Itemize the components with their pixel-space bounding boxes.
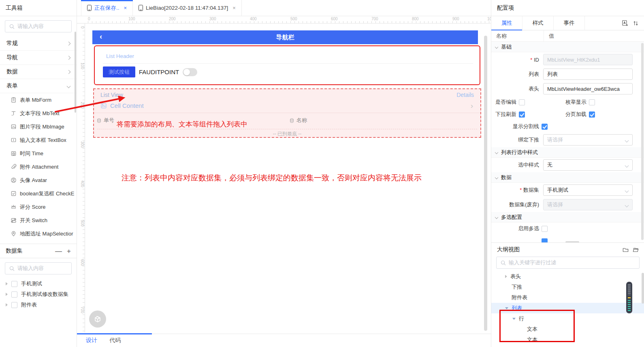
divider [103,63,473,64]
toolbox-group-general[interactable]: 常规 [0,36,77,51]
collapse-all-folder-icon[interactable] [623,247,629,253]
toolbox-group-data[interactable]: 数据 [0,65,77,79]
tab-properties[interactable]: 属性 [491,16,522,30]
database-icon [96,118,102,123]
tool-item-mapselection[interactable]: 地图选址 MapSelectior [0,227,77,240]
selected-style-select[interactable]: 无 [543,159,633,171]
chevron-right-icon [67,41,71,45]
outline-node-attachment-table[interactable]: 附件表 [491,292,644,303]
add-dataset-button[interactable]: + [67,248,71,255]
dataset-item[interactable]: 附件表 [0,300,77,310]
outline-scrollbar[interactable] [642,273,644,304]
tool-item-avatar[interactable]: 头像 Avatar [0,174,77,187]
tab-events[interactable]: 事件 [554,16,585,30]
tool-item-mbtext[interactable]: 文本字段 MbText [0,107,77,120]
cell-content-placeholder[interactable]: Cell Content [100,102,144,109]
toolbox-group-navigation[interactable]: 导航 [0,51,77,65]
tool-item-textbox[interactable]: 输入文本框 TextBox [0,133,77,147]
dataset-select[interactable]: 手机测试 [543,184,633,196]
tool-item-attachment[interactable]: 附件 Attachment [0,160,77,174]
collapsed-caret-icon[interactable] [505,275,507,278]
expand-caret-icon[interactable] [6,293,8,296]
bound-field-mingcheng[interactable]: 名称 [289,117,307,124]
bind-pushdown-select[interactable]: 请选择 [543,134,633,146]
property-grid-header: 名称 值 [491,30,644,42]
add-field-icon[interactable] [622,20,628,26]
expanded-caret-icon[interactable] [512,318,516,320]
column-value: 值 [544,32,554,40]
toolbox-search-input[interactable]: 请输入内容 [5,20,72,32]
search-icon [9,24,15,29]
expand-caret-icon[interactable] [6,282,8,285]
pull-refresh-checkbox[interactable] [519,111,525,118]
list-name-input[interactable]: 列表 [543,69,633,80]
enable-multi-checkbox[interactable] [542,226,548,232]
bound-field-danhao[interactable]: 单号 [96,117,114,124]
outline-filter-input[interactable]: 输入关键字进行过滤 [496,257,640,269]
widget-fab-button[interactable] [89,311,106,328]
dataset-deprecated-select[interactable]: 请选择 [543,199,633,210]
section-data[interactable]: 数据 [491,172,644,183]
mobile-page-icon [139,5,143,11]
editor-tab-liebiao[interactable]: LieBiao[2022-02-18 11:47:04.137] × [133,0,242,16]
property-row-dataset-deprecated: 数据集(废弃) 请选择 [491,197,644,212]
toolbox-group-form[interactable]: 表单 [0,79,77,93]
datasets-title: 数据集 [6,247,23,255]
canvas-scrollbar[interactable] [484,36,487,331]
dataset-checkbox[interactable] [11,291,17,298]
tool-item-time[interactable]: 时间 Time [0,147,77,160]
outline-node-pushdown[interactable]: 下推 [491,282,644,292]
section-multi-select[interactable]: 多选配置 [491,212,644,223]
tab-design[interactable]: 设计 [86,337,97,344]
close-tab-icon[interactable]: × [124,5,127,11]
tab-styles[interactable]: 样式 [522,16,554,30]
tool-item-checkbox[interactable]: boolean复选框 CheckE [0,187,77,200]
editor-tab-saving[interactable]: 正在保存.. × [81,0,133,16]
outline-node-header[interactable]: 表头 [491,271,644,282]
chevron-down-icon [495,215,498,218]
back-chevron-icon[interactable]: ‹ [100,32,102,41]
fauditpoint-toggle[interactable] [183,68,197,76]
search-icon [9,266,15,271]
tool-item-switch[interactable]: 开关 Switch [0,214,77,227]
toolbox-scrollbar[interactable] [75,32,76,113]
mobile-navbar: ‹ 导航栏 [92,30,478,44]
outline-node-text[interactable]: 文本 [491,324,644,334]
header-id-input[interactable]: MbListViewHeader_ow6E3wca [543,83,633,94]
inspector-scrollbar[interactable] [641,43,644,240]
datasets-search-input[interactable]: 请输入内容 [5,262,72,274]
section-row-select-style[interactable]: 列表行选中样式 [491,147,644,158]
dataset-checkbox[interactable] [11,302,17,308]
expand-caret-icon[interactable] [6,303,8,306]
outline-node-row[interactable]: 行 [491,313,644,324]
list-view-region[interactable]: List View Details Cell Content › 单号 名称 -… [93,88,481,138]
section-basic[interactable]: 基础 [491,42,644,52]
vertical-ruler: 0100 200300 400500 600700 [77,24,85,332]
tool-item-mbform[interactable]: 表单 MbForm [0,93,77,107]
expand-all-folder-icon[interactable] [633,247,639,253]
sort-arrows-icon[interactable] [633,20,638,26]
tool-item-mbimage[interactable]: 图片字段 MbImage [0,120,77,133]
scroll-minimap-widget[interactable] [626,282,632,313]
dataset-checkbox[interactable] [11,281,17,287]
test-button[interactable]: 测试按钮 [103,66,135,77]
enum-display-checkbox[interactable] [589,99,595,105]
app-designer: 工具箱 请输入内容 常规 导航 数据 表单 表单 MbForm 文本字段 MbT… [0,0,644,347]
show-divider-checkbox[interactable] [542,124,548,130]
editable-checkbox[interactable] [519,99,525,105]
design-code-tabbar: 设计 代码 [77,334,491,347]
tool-item-score[interactable]: 评分 Score [0,200,77,214]
tab-code[interactable]: 代码 [109,337,121,344]
dataset-item[interactable]: 手机测试 [0,278,77,289]
dataset-item[interactable]: 手机测试修改数据集 [0,289,77,300]
collapse-datasets-button[interactable]: — [55,248,62,255]
outline-node-text[interactable]: 文本 [491,334,644,345]
inspector-panel: 配置项 属性 样式 事件 名称 值 基础 ID MbListView_HtK2x… [491,0,644,347]
page-load-checkbox[interactable] [589,111,595,118]
id-input[interactable]: MbListView_HtK2xdu1 [543,54,633,65]
expanded-caret-icon[interactable] [505,307,508,309]
close-tab-icon[interactable]: × [232,5,236,11]
outline-node-list[interactable]: 列表 [491,303,644,313]
list-header-selection-box[interactable]: List Header 测试按钮 FAUDITPOINT [94,45,480,85]
list-end-text: -- 已到最底 -- [94,131,480,137]
